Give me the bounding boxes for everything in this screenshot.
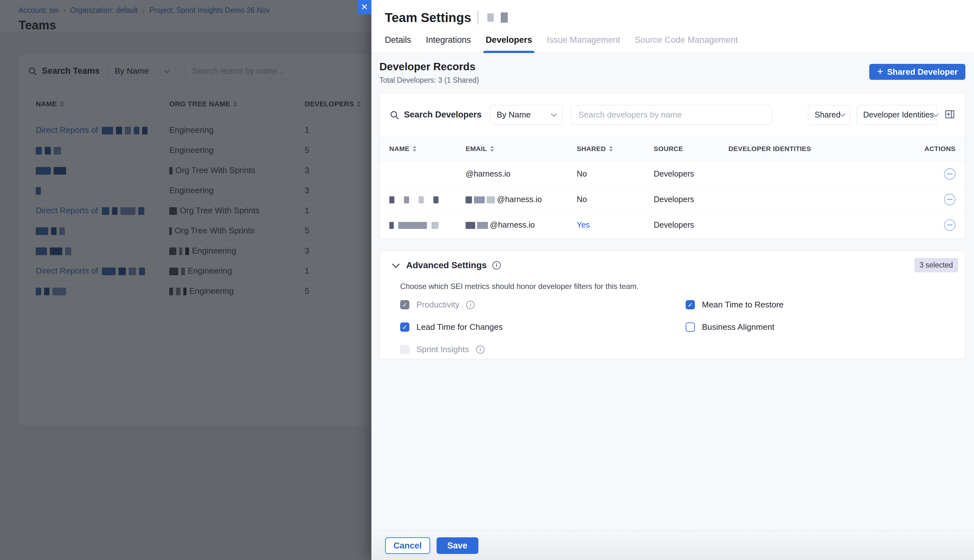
sort-icon[interactable] — [490, 146, 494, 152]
tab-developers[interactable]: Developers — [486, 35, 532, 53]
redacted-text-block — [434, 197, 439, 203]
developer-email: @harness.io — [465, 169, 510, 178]
search-developers-label: Search Developers — [404, 110, 482, 120]
actions-cell — [856, 194, 956, 205]
search-icon — [389, 110, 400, 120]
metric-label: Mean Time to Restore — [702, 300, 784, 310]
column-header: ACTIONS — [856, 145, 956, 153]
metric-checkbox-item: Business Alignment — [685, 322, 958, 332]
redacted-text-block — [487, 197, 495, 203]
chevron-down-icon[interactable] — [392, 260, 400, 268]
remove-developer-button[interactable] — [944, 219, 956, 231]
cancel-button[interactable]: Cancel — [385, 537, 430, 554]
add-shared-developer-button[interactable]: + Shared Developer — [869, 64, 966, 80]
checkbox-sprint-insights — [400, 345, 409, 354]
remove-developer-button[interactable] — [944, 194, 956, 205]
drawer-footer: Cancel Save — [371, 531, 974, 560]
developers-search-row: Search Developers By Name Shared Develop… — [380, 93, 965, 137]
tab-integrations[interactable]: Integrations — [426, 35, 471, 53]
checkbox-business-alignment[interactable] — [685, 322, 695, 332]
save-button[interactable]: Save — [437, 537, 479, 554]
shared-cell: Yes — [577, 220, 654, 230]
advanced-settings-card: Advanced Settings i 3 selected Choose wh… — [379, 251, 966, 359]
redacted-text-block — [389, 197, 394, 203]
metric-checkbox-item: ✓Mean Time to Restore — [685, 300, 958, 310]
shared-cell: No — [577, 169, 654, 178]
shared-value: No — [577, 169, 587, 178]
minus-icon — [947, 199, 952, 200]
redacted-text-block — [432, 222, 439, 229]
developer-name-cell — [389, 220, 465, 230]
checkbox-mean-time-to-restore[interactable]: ✓ — [685, 300, 695, 309]
column-header-label: NAME — [389, 145, 409, 153]
plus-icon: + — [877, 65, 883, 78]
redacted-text-block — [465, 222, 475, 229]
minus-icon — [947, 173, 952, 174]
table-row: @harness.ioNoDevelopers — [380, 161, 965, 187]
drawer-header: Team Settings DetailsIntegrationsDevelop… — [371, 0, 974, 53]
column-header-label: DEVELOPER IDENTITIES — [729, 145, 811, 153]
developer-email: @harness.io — [497, 195, 542, 204]
redacted-text-block — [465, 197, 472, 203]
tabs: DetailsIntegrationsDevelopersIssue Manag… — [385, 35, 974, 53]
developers-table-body: @harness.ioNoDevelopers@harness.ioNoDeve… — [380, 161, 965, 238]
metric-label: Lead Time for Changes — [417, 322, 503, 332]
search-developers-input[interactable] — [571, 105, 772, 125]
metric-label: Business Alignment — [702, 322, 774, 332]
source-cell: Developers — [654, 220, 729, 230]
close-drawer-button[interactable]: ✕ — [357, 0, 371, 14]
checkbox-lead-time-for-changes[interactable]: ✓ — [400, 322, 409, 332]
drawer-title: Team Settings — [385, 10, 471, 25]
metrics-grid: ✓Productivityi✓Mean Time to Restore✓Lead… — [400, 300, 958, 354]
section-title: Developer Records — [379, 61, 479, 73]
advanced-settings-header: Advanced Settings i 3 selected — [391, 251, 958, 272]
add-column-button[interactable] — [944, 108, 956, 121]
chevron-down-icon — [933, 111, 939, 117]
developer-identities-select[interactable]: Developer Identities — [856, 105, 936, 125]
metric-label: Productivity — [417, 300, 459, 310]
column-header: SHARED — [577, 145, 654, 153]
tab-details[interactable]: Details — [385, 35, 411, 53]
add-column-icon — [944, 108, 956, 121]
redacted-team-name-block — [501, 12, 508, 23]
info-icon[interactable]: i — [476, 345, 484, 354]
metric-checkbox-item: ✓Productivityi — [400, 300, 685, 310]
sort-icon[interactable] — [609, 146, 613, 152]
redacted-text-block — [419, 197, 424, 203]
tab-source-code-management: Source Code Management — [635, 35, 738, 53]
developer-identities-value: Developer Identities — [863, 110, 934, 119]
column-header: NAME — [389, 145, 465, 153]
sort-icon[interactable] — [413, 146, 417, 152]
info-icon[interactable]: i — [492, 261, 501, 270]
chevron-down-icon — [551, 111, 557, 117]
developers-filter-value: By Name — [497, 110, 531, 120]
advanced-settings-description: Choose which SEI metrics should honor de… — [400, 282, 958, 291]
shared-filter-select[interactable]: Shared — [808, 105, 850, 125]
actions-cell — [856, 168, 956, 180]
developers-filter-select[interactable]: By Name — [490, 105, 563, 125]
title-divider — [477, 10, 479, 25]
developer-email-cell: @harness.io — [465, 169, 577, 178]
redacted-text-block — [474, 197, 485, 203]
developer-records-heading-row: Developer Records Total Developers: 3 (1… — [379, 61, 966, 85]
metric-checkbox-item: ✓Lead Time for Changes — [400, 322, 685, 332]
redacted-text-block — [398, 222, 427, 229]
redacted-text-block — [477, 222, 488, 229]
advanced-settings-title: Advanced Settings — [406, 260, 487, 270]
actions-cell — [856, 219, 956, 231]
modal-overlay — [0, 0, 371, 560]
column-header-label: SOURCE — [654, 145, 683, 153]
info-icon[interactable]: i — [466, 301, 475, 309]
column-header: DEVELOPER IDENTITIES — [729, 145, 856, 153]
developers-table-header: NAMEEMAILSHAREDSOURCEDEVELOPER IDENTITIE… — [380, 137, 965, 161]
redacted-team-name-block — [487, 13, 494, 22]
minus-icon — [947, 225, 952, 225]
screen: Account: sei›Organization: default›Proje… — [0, 0, 974, 560]
shared-cell: No — [577, 195, 654, 204]
developer-email-cell: @harness.io — [465, 220, 577, 230]
redacted-text-block — [404, 197, 409, 203]
developer-email: @harness.io — [490, 220, 535, 229]
remove-developer-button[interactable] — [944, 168, 956, 180]
shared-value: Yes — [577, 220, 590, 229]
source-cell: Developers — [654, 195, 729, 204]
